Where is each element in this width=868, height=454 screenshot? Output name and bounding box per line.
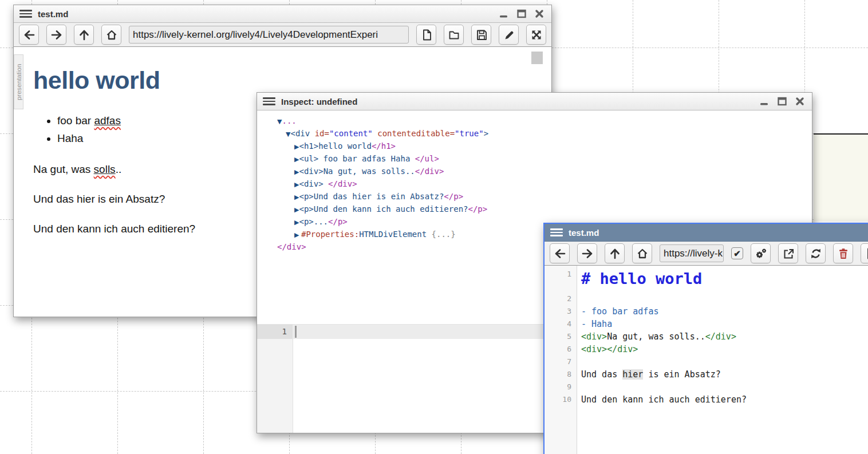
- tree-node[interactable]: ▶<div> </div>: [257, 177, 812, 190]
- open-folder-button[interactable]: [444, 25, 464, 45]
- maximize-button[interactable]: [515, 7, 528, 20]
- window-markdown-editor: test.md https://lively-k ✔: [543, 223, 868, 454]
- home-icon: [105, 29, 118, 41]
- code-line[interactable]: 2: [545, 293, 868, 305]
- arrow-right-icon: [581, 247, 594, 260]
- window3-titlebar[interactable]: test.md: [545, 224, 868, 242]
- resize-button[interactable]: [526, 25, 546, 45]
- maximize-icon: [776, 96, 788, 107]
- url-input[interactable]: https://lively-k: [660, 244, 724, 262]
- code-lines[interactable]: 1# hello world23- foo bar adfas4- Haha5<…: [545, 266, 868, 406]
- url-input[interactable]: https://lively-kernel.org/lively4/Lively…: [129, 26, 409, 44]
- code-line[interactable]: 8Und das hier is ein Absatz?: [545, 368, 868, 381]
- background-panel: [814, 133, 868, 221]
- window-title: test.md: [569, 228, 599, 238]
- window2-titlebar[interactable]: Inspect: undefined: [257, 93, 812, 110]
- line-number: 8: [545, 368, 577, 381]
- auto-update-checkbox[interactable]: ✔: [731, 247, 743, 259]
- misspelled-word: solls: [94, 163, 116, 175]
- forward-button[interactable]: [577, 243, 597, 263]
- code-line[interactable]: 7: [545, 356, 868, 368]
- code-line[interactable]: 3- foo bar adfas: [545, 305, 868, 318]
- minimize-icon: [759, 96, 770, 107]
- text-cursor: [295, 326, 297, 338]
- window-title: test.md: [38, 9, 68, 19]
- menu-icon[interactable]: [19, 9, 32, 19]
- line-number: 2: [545, 293, 577, 305]
- tree-node[interactable]: ▼<div id="content" contenteditable="true…: [257, 127, 812, 140]
- doc-heading: hello world: [33, 66, 551, 94]
- line-number: 1: [545, 267, 577, 281]
- folder-icon: [448, 29, 460, 41]
- new-file-icon: [865, 247, 868, 260]
- close-button[interactable]: [794, 95, 806, 108]
- window3-toolbar: https://lively-k ✔: [545, 242, 868, 266]
- misspelled-word: adfas: [94, 115, 120, 127]
- home-button[interactable]: [101, 25, 121, 45]
- line-number: 4: [545, 318, 577, 330]
- code-line[interactable]: 9: [545, 381, 868, 393]
- up-button[interactable]: [605, 243, 625, 263]
- tree-node[interactable]: ▶<ul> foo bar adfas Haha </ul>: [257, 152, 812, 165]
- minimize-icon: [498, 8, 510, 19]
- arrow-left-icon: [554, 247, 566, 260]
- line-number: 6: [545, 343, 577, 356]
- line-number: 5: [545, 330, 577, 343]
- menu-icon[interactable]: [550, 227, 563, 238]
- trash-icon: [837, 247, 850, 260]
- code-line[interactable]: 1# hello world: [545, 267, 868, 293]
- code-line[interactable]: 4- Haha: [545, 318, 868, 330]
- delete-button[interactable]: [833, 243, 853, 263]
- resize-arrows-icon: [530, 29, 543, 41]
- back-button[interactable]: [550, 243, 570, 263]
- refresh-icon: [810, 247, 822, 260]
- open-external-button[interactable]: [778, 243, 798, 263]
- line-number: 3: [545, 305, 577, 318]
- forward-button[interactable]: [46, 25, 66, 45]
- home-button[interactable]: [632, 243, 652, 263]
- external-link-icon: [782, 247, 795, 260]
- edit-button[interactable]: [499, 25, 519, 45]
- settings-button[interactable]: [751, 243, 771, 263]
- code-line[interactable]: 6<div></div>: [545, 343, 868, 356]
- window1-toolbar: https://lively-kernel.org/lively4/Lively…: [14, 23, 551, 47]
- refresh-button[interactable]: [806, 243, 826, 263]
- save-icon: [475, 29, 488, 41]
- line-number: 10: [545, 393, 577, 406]
- gears-icon: [754, 247, 768, 260]
- home-icon: [636, 247, 649, 260]
- close-button[interactable]: [533, 7, 546, 20]
- code-line[interactable]: 10Und den kann ich auch editieren?: [545, 393, 868, 406]
- line-number: 1: [257, 325, 293, 339]
- new-file-button[interactable]: [416, 25, 436, 45]
- tree-node[interactable]: ▶<div>Na gut, was solls..</div>: [257, 165, 812, 177]
- new-file-button[interactable]: [861, 243, 868, 263]
- pencil-icon: [503, 29, 515, 41]
- arrow-right-icon: [50, 29, 63, 41]
- code-line[interactable]: 5<div>Na gut, was solls..</div>: [545, 330, 868, 343]
- minimize-button[interactable]: [498, 7, 510, 20]
- tree-node[interactable]: ▼...: [257, 115, 812, 127]
- markdown-source-editor[interactable]: 1# hello world23- foo bar adfas4- Haha5<…: [545, 266, 868, 454]
- close-icon: [534, 8, 545, 19]
- tree-node[interactable]: ▶<h1>hello world</h1>: [257, 140, 812, 152]
- window-title: Inspect: undefined: [281, 97, 357, 106]
- up-button[interactable]: [74, 25, 94, 45]
- line-number: 7: [545, 356, 577, 368]
- new-file-icon: [420, 29, 433, 41]
- arrow-up-icon: [78, 29, 90, 41]
- tree-node[interactable]: ▶<p>Und das hier is ein Absatz?</p>: [257, 190, 812, 203]
- line-number-gutter: [257, 325, 293, 433]
- save-button[interactable]: [471, 25, 491, 45]
- maximize-icon: [516, 8, 527, 19]
- back-button[interactable]: [19, 25, 39, 45]
- window1-titlebar[interactable]: test.md: [14, 5, 551, 23]
- presentation-tab[interactable]: presentation: [14, 54, 23, 109]
- tree-node[interactable]: ▶<p>Und den kann ich auch editieren?</p>: [257, 203, 812, 215]
- maximize-button[interactable]: [776, 95, 788, 108]
- minimize-button[interactable]: [758, 95, 771, 108]
- arrow-left-icon: [23, 29, 35, 41]
- menu-icon[interactable]: [263, 96, 275, 106]
- arrow-up-icon: [609, 247, 621, 260]
- scrollbar-thumb[interactable]: [531, 52, 543, 64]
